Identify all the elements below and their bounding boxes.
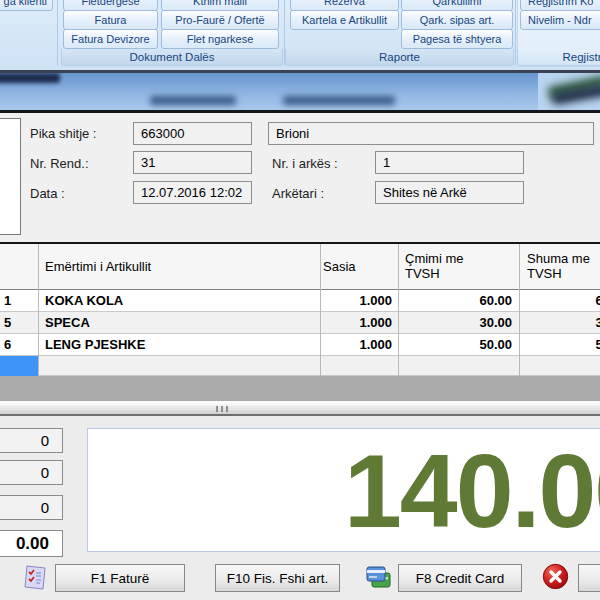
f8-credit-card-button[interactable]: F8 Credit Card xyxy=(398,564,522,592)
ribbon-item-kartela-e-artikullit[interactable]: Kartela e Artikullit xyxy=(290,10,399,30)
arketari-label: Arkëtari : xyxy=(272,186,324,201)
close-icon[interactable] xyxy=(542,563,569,590)
table-row-empty[interactable] xyxy=(0,356,600,376)
banner-blurred-text xyxy=(283,96,395,105)
payment-field-1[interactable]: 0 xyxy=(0,428,63,453)
ribbon-item-pagesa-nga-klienti[interactable]: ga klienti xyxy=(0,0,53,11)
cell-qty: 1.000 xyxy=(320,334,398,356)
splitter-grip-icon xyxy=(216,406,229,412)
cell-total: 50.00 xyxy=(519,334,600,356)
ribbon-item-fatura-devizore[interactable]: Fatura Devizore xyxy=(63,29,158,49)
cell-nr: 6 xyxy=(0,334,38,356)
ribbon-item-qark-sipas-art[interactable]: Qark. sipas art. xyxy=(401,10,513,30)
store-banner xyxy=(0,70,600,113)
cell-total: 60.00 xyxy=(519,290,600,312)
data-label: Data : xyxy=(30,186,65,201)
table-header: Emërtimi i Artikullit Sasia Çmimi me TVS… xyxy=(0,244,600,290)
data-field[interactable]: 12.07.2016 12:02 xyxy=(133,181,252,204)
banner-blurred-text xyxy=(0,73,60,83)
credit-card-icon[interactable] xyxy=(365,565,392,591)
pika-shitje-name-field[interactable]: Brioni xyxy=(268,122,594,145)
cell-price: 30.00 xyxy=(398,312,519,334)
table-grid-line xyxy=(519,244,520,376)
nr-rend-label: Nr. Rend.: xyxy=(30,156,89,171)
payment-field-3[interactable]: 0 xyxy=(0,495,63,520)
ribbon-item-pagesa-te-shtyera[interactable]: Pagesa të shtyera xyxy=(401,29,513,49)
pika-shitje-code-field[interactable]: 663000 xyxy=(133,122,252,145)
col-header-qty: Sasia xyxy=(323,259,356,274)
cell-name: SPECA xyxy=(38,312,320,334)
nr-arkes-field[interactable]: 1 xyxy=(375,151,524,174)
ribbon-group-separator xyxy=(57,0,58,66)
cell-nr: 5 xyxy=(0,312,38,334)
col-header-name: Emërtimi i Artikullit xyxy=(45,259,151,274)
table-row[interactable]: 6 LENG PJESHKE 1.000 50.00 50.00 xyxy=(0,334,600,356)
f1-fature-button[interactable]: F1 Faturë xyxy=(55,564,185,592)
pika-shitje-label: Pika shitje : xyxy=(30,126,96,141)
ribbon-item-pro-fature-oferte[interactable]: Pro-Faurë / Ofertë xyxy=(161,10,279,30)
cell-name: KOKA KOLA xyxy=(38,290,320,312)
ribbon-item-flet-ngarkese[interactable]: Flet ngarkese xyxy=(161,29,279,49)
side-panel-cut xyxy=(0,118,21,235)
ribbon-group-label-regjistrime: Regjistr xyxy=(517,49,600,66)
cell-qty: 1.000 xyxy=(320,290,398,312)
ribbon-group-separator xyxy=(515,0,516,66)
table-empty-area xyxy=(0,376,600,401)
f10-fshi-art-button[interactable]: F10 Fis. Fshi art. xyxy=(215,564,340,592)
ribbon: ga klienti Fletdërgese Fatura Fatura Dev… xyxy=(0,0,600,70)
col-header-total: Shuma me TVSH xyxy=(527,251,600,281)
col-header-price: Çmimi me TVSH xyxy=(405,251,485,281)
invoice-header-form: Pika shitje : 663000 Brioni Nr. Rend.: 3… xyxy=(0,113,600,242)
table-grid-line xyxy=(38,244,39,376)
cell-nr: 1 xyxy=(0,290,38,312)
table-grid-line xyxy=(320,244,321,376)
banner-blurred-text xyxy=(150,96,236,105)
table-row[interactable]: 1 KOKA KOLA 1.000 60.00 60.00 xyxy=(0,290,600,312)
payment-field-2[interactable]: 0 xyxy=(0,460,63,485)
cell-price: 50.00 xyxy=(398,334,519,356)
nr-arkes-label: Nr. i arkës : xyxy=(272,156,338,171)
payment-section: 0 0 0 0.00 140.00 F1 Faturë F10 Fis. Fsh… xyxy=(0,416,600,600)
splitter-handle[interactable] xyxy=(0,401,600,416)
cash-amount-field[interactable]: 0.00 xyxy=(0,530,63,557)
partial-button[interactable] xyxy=(578,564,600,592)
grand-total-value: 140.00 xyxy=(344,439,600,543)
cell-price: 60.00 xyxy=(398,290,519,312)
ribbon-item-nivelim[interactable]: Nivelim - Ndr xyxy=(520,10,600,30)
ribbon-group-label-dokument-dales: Dokument Dalës xyxy=(61,49,283,66)
ribbon-item-fatura[interactable]: Fatura xyxy=(63,10,158,30)
table-row[interactable]: 5 SPECA 1.000 30.00 30.00 xyxy=(0,312,600,334)
cell-name: LENG PJESHKE xyxy=(38,334,320,356)
arketari-field[interactable]: Shites në Arkë xyxy=(375,181,524,204)
grand-total-display: 140.00 xyxy=(87,428,600,552)
pos-window: ga klienti Fletdërgese Fatura Fatura Dev… xyxy=(0,0,600,600)
invoice-icon[interactable] xyxy=(21,563,49,591)
cell-total: 30.00 xyxy=(519,312,600,334)
table-grid-line xyxy=(398,244,399,376)
ribbon-group-label-raporte: Raporte xyxy=(285,49,514,66)
items-table: Emërtimi i Artikullit Sasia Çmimi me TVS… xyxy=(0,242,600,401)
cell-qty: 1.000 xyxy=(320,312,398,334)
selected-cell xyxy=(0,356,38,377)
nr-rend-field[interactable]: 31 xyxy=(133,151,252,174)
